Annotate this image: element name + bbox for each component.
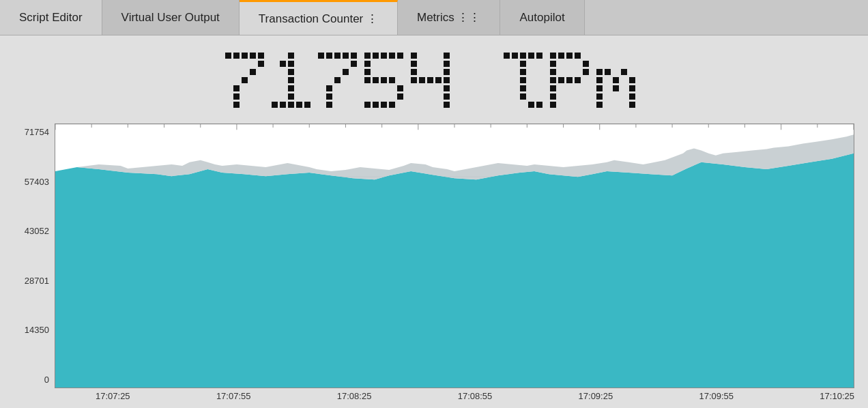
tab-autopilot[interactable]: Autopilot — [500, 0, 584, 35]
main-content: 71754 57403 43052 28701 14350 0 — [0, 35, 868, 408]
tab-autopilot-label: Autopilot — [519, 11, 564, 25]
x-label-3: 17:08:55 — [458, 391, 493, 401]
x-label-1: 17:07:55 — [216, 391, 251, 401]
y-label-0: 0 — [44, 375, 49, 385]
y-label-57403: 57403 — [25, 177, 49, 187]
tab-metrics-label: Metrics ⋮⋮ — [417, 10, 481, 25]
x-axis: 17:07:25 17:07:55 17:08:25 17:08:55 17:0… — [55, 388, 854, 401]
tab-metrics[interactable]: Metrics ⋮⋮ — [398, 0, 501, 35]
tab-script-editor[interactable]: Script Editor — [0, 0, 102, 35]
teal-area — [55, 154, 854, 388]
tab-bar: Script Editor Virtual User Output Transa… — [0, 0, 868, 35]
dot-matrix-counter — [218, 46, 650, 117]
tab-transaction-counter-label: Transaction Counter ⋮ — [259, 12, 378, 26]
chart-container: 71754 57403 43052 28701 14350 0 — [14, 123, 854, 401]
chart-inner — [55, 124, 854, 388]
y-axis: 71754 57403 43052 28701 14350 0 — [14, 123, 55, 401]
y-label-43052: 43052 — [25, 226, 49, 236]
chart-area — [55, 123, 854, 388]
tab-virtual-user-output-label: Virtual User Output — [121, 11, 220, 25]
tab-script-editor-label: Script Editor — [19, 11, 83, 25]
counter-display — [218, 46, 650, 117]
tab-transaction-counter[interactable]: Transaction Counter ⋮ — [240, 0, 398, 35]
tab-virtual-user-output[interactable]: Virtual User Output — [102, 0, 240, 35]
y-label-14350: 14350 — [25, 325, 49, 335]
chart-svg — [55, 124, 854, 388]
y-label-28701: 28701 — [25, 276, 49, 286]
x-label-0: 17:07:25 — [96, 391, 130, 401]
x-label-4: 17:09:25 — [579, 391, 613, 401]
x-label-2: 17:08:25 — [337, 391, 372, 401]
x-label-5: 17:09:55 — [699, 391, 734, 401]
app-container: Script Editor Virtual User Output Transa… — [0, 0, 868, 408]
chart-wrapper: 71754 57403 43052 28701 14350 0 — [14, 123, 854, 401]
x-label-6: 17:10:25 — [820, 391, 854, 401]
y-label-71754: 71754 — [25, 127, 49, 137]
